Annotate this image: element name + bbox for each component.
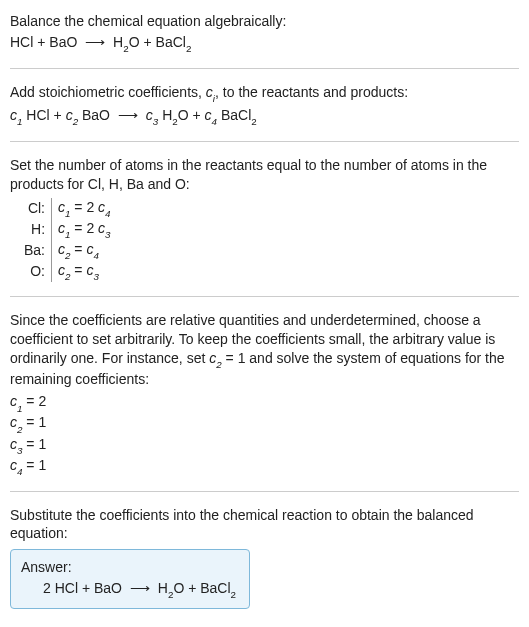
coeff-equation: c1 HCl + c2 BaO ⟶ c3 H2O + c4 BaCl2 [10,106,519,127]
divider [10,141,519,142]
plus: + [140,34,156,50]
unbalanced-equation: HCl + BaO ⟶ H2O + BaCl2 [10,33,519,54]
reaction-arrow-icon: ⟶ [114,107,142,123]
add-coeff-text: Add stoichiometric coefficients, ci, to … [10,83,519,104]
element-label: Ba: [18,240,52,261]
reaction-arrow-icon: ⟶ [126,580,154,596]
element-equation: c2 = c4 [52,240,117,261]
section-substitute: Substitute the coefficients into the che… [10,502,519,614]
section-atom-balance: Set the number of atoms in the reactants… [10,152,519,286]
section-solve: Since the coefficients are relative quan… [10,307,519,481]
solve-text: Since the coefficients are relative quan… [10,311,519,389]
coeff-line: c1 = 2 [10,392,519,413]
c3: c3 [146,107,158,123]
substitute-text: Substitute the coefficients into the che… [10,506,519,544]
ci-symbol: ci [206,84,215,100]
element-label: Cl: [18,198,52,219]
plus: + [33,34,49,50]
atom-balance-table: Cl: c1 = 2 c4 H: c1 = 2 c3 Ba: c2 = c4 O… [18,198,117,282]
c1: c1 [10,107,22,123]
atom-balance-text: Set the number of atoms in the reactants… [10,156,519,194]
intro-text: Balance the chemical equation algebraica… [10,12,519,31]
section-balance-intro: Balance the chemical equation algebraica… [10,8,519,58]
divider [10,491,519,492]
element-equation: c2 = c3 [52,261,117,282]
section-add-coefficients: Add stoichiometric coefficients, ci, to … [10,79,519,131]
divider [10,296,519,297]
coeff-line: c2 = 1 [10,413,519,434]
table-row: H: c1 = 2 c3 [18,219,117,240]
product-bacl2: BaCl2 [156,34,192,50]
reaction-arrow-icon: ⟶ [81,34,109,50]
element-equation: c1 = 2 c4 [52,198,117,219]
product-h2o: H2O [113,34,139,50]
answer-label: Answer: [21,558,239,577]
answer-box: Answer: 2 HCl + BaO ⟶ H2O + BaCl2 [10,549,250,609]
coefficient-solutions: c1 = 2 c2 = 1 c3 = 1 c4 = 1 [10,392,519,476]
coeff-line: c4 = 1 [10,456,519,477]
c4: c4 [205,107,217,123]
table-row: O: c2 = c3 [18,261,117,282]
coeff-line: c3 = 1 [10,435,519,456]
reactant-bao: BaO [49,34,77,50]
element-equation: c1 = 2 c3 [52,219,117,240]
reactant-hcl: HCl [10,34,33,50]
element-label: H: [18,219,52,240]
table-row: Cl: c1 = 2 c4 [18,198,117,219]
c2: c2 [66,107,78,123]
divider [10,68,519,69]
element-label: O: [18,261,52,282]
table-row: Ba: c2 = c4 [18,240,117,261]
balanced-equation: 2 HCl + BaO ⟶ H2O + BaCl2 [21,579,239,600]
